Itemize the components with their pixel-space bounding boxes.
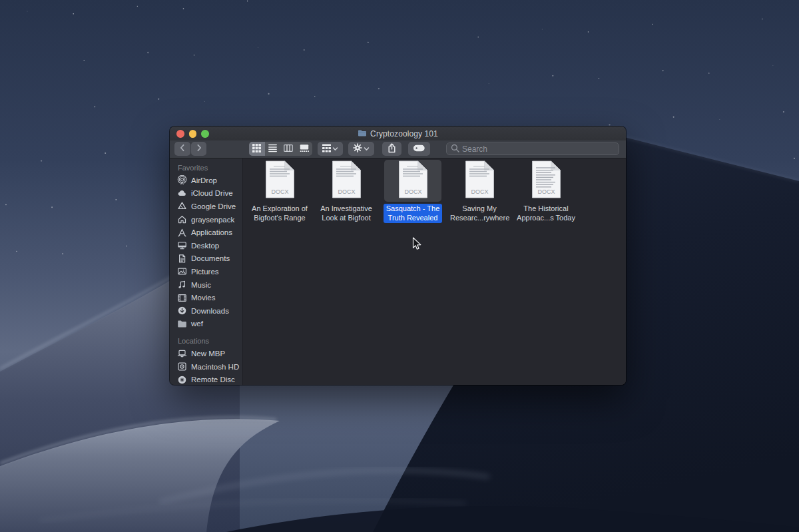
gdrive-icon — [177, 201, 187, 211]
svg-text:DOCX: DOCX — [404, 188, 421, 195]
sidebar-item-label: graysenpack — [191, 216, 234, 224]
gallery-view-button[interactable] — [296, 142, 312, 156]
search-field[interactable] — [446, 142, 619, 155]
share-button[interactable] — [382, 142, 401, 156]
svg-text:DOCX: DOCX — [271, 188, 288, 195]
sidebar-item-movies[interactable]: Movies — [170, 291, 242, 304]
traffic-lights — [176, 130, 209, 138]
titlebar[interactable]: Cryptozoology 101 — [170, 127, 626, 140]
file-label: An Exploration ofBigfoot's Range — [249, 204, 310, 223]
desktop: Cryptozoology 101 — [0, 0, 799, 532]
sidebar-item-label: Google Drive — [191, 202, 236, 210]
sidebar-item-pictures[interactable]: Pictures — [170, 265, 242, 278]
file-label: Sasquatch - TheTruth Revealed — [384, 204, 443, 223]
list-view-button[interactable] — [265, 142, 281, 156]
folder-icon — [177, 319, 187, 329]
docx-file-icon: DOCX — [332, 160, 362, 201]
window-title-wrap: Cryptozoology 101 — [358, 128, 438, 140]
window-body: Favorites AirDrop iCloud Drive Google Dr… — [170, 158, 626, 385]
sidebar-item-label: Downloads — [191, 307, 229, 315]
gallery-view-icon — [300, 144, 309, 154]
sidebar-item-airdrop[interactable]: AirDrop — [170, 174, 242, 187]
sidebar-item-label: Desktop — [191, 242, 219, 250]
sidebar-item-desktop[interactable]: Desktop — [170, 239, 242, 252]
svg-text:DOCX: DOCX — [471, 188, 488, 195]
minimize-button[interactable] — [189, 130, 197, 138]
sidebar-item-icloud-drive[interactable]: iCloud Drive — [170, 187, 242, 200]
svg-text:DOCX: DOCX — [537, 188, 555, 195]
file-item-4[interactable]: DOCX Saving MyResearc...rywhere — [447, 160, 511, 223]
folder-icon — [358, 128, 367, 140]
column-view-button[interactable] — [281, 142, 297, 156]
sidebar-item-label: Applications — [191, 228, 232, 236]
sidebar-item-label: iCloud Drive — [191, 189, 233, 197]
file-label: The HistoricalApproac...s Today — [514, 204, 578, 223]
search-input[interactable] — [462, 144, 615, 154]
airdrop-icon — [177, 175, 187, 185]
view-mode-control — [249, 142, 312, 156]
chevron-left-icon — [178, 143, 187, 154]
forward-button[interactable] — [191, 142, 206, 156]
icloud-icon — [177, 188, 187, 198]
toolbar — [170, 140, 626, 158]
desktop-icon — [177, 240, 187, 250]
file-browser-content[interactable]: DOCX An Exploration ofBigfoot's Range DO… — [243, 158, 626, 385]
gear-icon — [353, 143, 362, 154]
sidebar-item-new-mbp[interactable]: New MBP — [170, 347, 242, 360]
laptop-icon — [177, 348, 187, 358]
sidebar-item-label: AirDrop — [191, 176, 217, 184]
sidebar-header-favorites: Favorites — [170, 162, 242, 174]
file-label: An InvestigativeLook at Bigfoot — [318, 204, 375, 223]
group-button[interactable] — [318, 142, 343, 156]
docx-file-icon: DOCX — [531, 160, 561, 201]
files-row: DOCX An Exploration ofBigfoot's Range DO… — [243, 158, 626, 223]
search-icon — [451, 143, 459, 155]
file-item-3[interactable]: DOCX Sasquatch - TheTruth Revealed — [381, 160, 445, 223]
tag-icon — [413, 144, 425, 154]
zoom-button[interactable] — [201, 130, 209, 138]
sidebar-item-label: New MBP — [191, 350, 225, 358]
file-item-5[interactable]: DOCX The HistoricalApproac...s Today — [514, 160, 578, 223]
sidebar-item-label: Music — [191, 281, 211, 289]
sidebar-item-label: Pictures — [191, 268, 219, 276]
sidebar-item-label: Remote Disc — [191, 376, 235, 384]
sidebar-item-remote-disc[interactable]: Remote Disc — [170, 373, 242, 385]
icon-view-button[interactable] — [249, 142, 265, 156]
sidebar-item-documents[interactable]: Documents — [170, 252, 242, 266]
sidebar-item-applications[interactable]: Applications — [170, 226, 242, 239]
sidebar-item-wef[interactable]: wef — [170, 318, 242, 331]
sidebar-item-label: wef — [191, 320, 203, 328]
file-item-2[interactable]: DOCX An InvestigativeLook at Bigfoot — [314, 160, 378, 223]
tags-button[interactable] — [408, 142, 430, 156]
home-icon — [177, 214, 187, 224]
close-button[interactable] — [176, 130, 184, 138]
sidebar-item-downloads[interactable]: Downloads — [170, 304, 242, 318]
documents-icon — [177, 254, 187, 264]
sidebar-item-label: Movies — [191, 294, 215, 302]
sidebar-item-music[interactable]: Music — [170, 278, 242, 292]
action-button[interactable] — [348, 142, 374, 156]
chevron-down-icon — [332, 144, 338, 154]
sidebar-item-label: Macintosh HD — [191, 363, 239, 371]
disc-icon — [177, 375, 187, 385]
movies-icon — [177, 293, 187, 303]
applications-icon — [177, 228, 187, 238]
file-label: Saving MyResearc...rywhere — [447, 204, 511, 223]
docx-file-icon: DOCX — [398, 160, 428, 201]
window-title: Cryptozoology 101 — [370, 129, 438, 138]
docx-file-icon: DOCX — [265, 160, 295, 201]
pictures-icon — [177, 266, 187, 276]
sidebar: Favorites AirDrop iCloud Drive Google Dr… — [170, 158, 243, 385]
chevron-right-icon — [194, 143, 204, 154]
column-view-icon — [284, 144, 293, 154]
back-button[interactable] — [174, 142, 190, 156]
grid-view-icon — [252, 144, 261, 154]
group-icon — [322, 144, 331, 154]
sidebar-item-google-drive[interactable]: Google Drive — [170, 200, 242, 213]
sidebar-item-macintosh-hd[interactable]: Macintosh HD — [170, 360, 242, 374]
downloads-icon — [177, 306, 187, 316]
music-icon — [177, 280, 187, 290]
sidebar-item-graysenpack[interactable]: graysenpack — [170, 213, 242, 226]
list-view-icon — [268, 144, 277, 154]
file-item-1[interactable]: DOCX An Exploration ofBigfoot's Range — [248, 160, 312, 223]
